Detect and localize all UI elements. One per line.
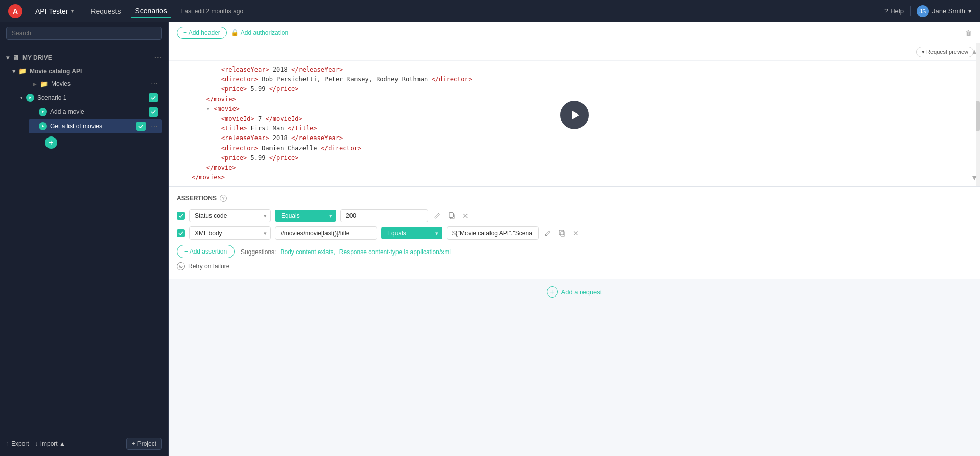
request-preview-button[interactable]: ▾ Request preview [916, 47, 974, 57]
assertion-2-type-wrapper: XML body Status code Response time [189, 226, 271, 240]
import-icon: ↓ [35, 440, 38, 447]
assertion-2-operator-select[interactable]: Equals Not equals Contains [381, 227, 442, 239]
sidebar-search-area [0, 22, 168, 44]
nav-divider-2 [80, 6, 80, 16]
catalog-label: Movie catalog API [30, 67, 82, 75]
assertion-2-type-select[interactable]: XML body Status code Response time [189, 226, 271, 240]
scenario-play-icon [26, 94, 34, 102]
assertion-1-type-select[interactable]: Status code XML body Response time [189, 209, 271, 222]
search-input[interactable] [6, 27, 162, 40]
xml-line-11: </movie> [177, 163, 972, 173]
user-chevron-icon: ▾ [968, 7, 972, 15]
my-drive-header[interactable]: ▾ 🖥 MY DRIVE ⋯ [6, 51, 162, 64]
movies-options-icon[interactable]: ⋯ [151, 80, 158, 88]
assertion-2-copy-icon[interactable] [557, 228, 567, 238]
get-list-label: Get a list of movies [50, 123, 102, 130]
svg-rect-7 [559, 230, 564, 235]
movie-catalog-header[interactable]: ▾ 📁 Movie catalog API [12, 64, 162, 77]
add-request-footer[interactable]: + Add a request [169, 279, 980, 305]
add-movie-check-badge [149, 107, 158, 117]
assertion-row-2: XML body Status code Response time Equal… [177, 226, 972, 240]
assertion-1-checkbox[interactable] [177, 212, 185, 220]
export-icon: ↑ [6, 440, 9, 447]
requests-nav-link[interactable]: Requests [86, 5, 125, 17]
sidebar: ▾ 🖥 MY DRIVE ⋯ ▾ 📁 Movie catalog API [0, 22, 169, 456]
assertion-2-delete-icon[interactable]: ✕ [571, 227, 580, 239]
suggestion-2-link[interactable]: Response content-type is application/xml [339, 248, 451, 256]
import-button[interactable]: ↓ Import ▲ [35, 440, 65, 447]
assertions-section: ASSERTIONS ? Status code XML body Respon… [169, 187, 980, 279]
assertion-1-operator-select[interactable]: Equals Not equals Contains [275, 210, 336, 222]
my-drive-label: MY DRIVE [22, 54, 52, 61]
help-link[interactable]: ? Help [884, 7, 904, 15]
project-button[interactable]: + Project [126, 438, 162, 450]
get-list-options-icon[interactable]: ⋯ [151, 122, 158, 130]
response-scrollbar[interactable] [976, 43, 980, 186]
help-label: Help [890, 7, 904, 15]
catalog-chevron-icon: ▾ [12, 67, 15, 75]
assertions-info-icon[interactable]: ? [220, 195, 227, 202]
assertion-2-edit-icon[interactable] [543, 228, 553, 238]
delete-icon[interactable]: 🗑 [965, 29, 972, 37]
my-drive-options-icon[interactable]: ⋯ [154, 53, 162, 62]
play-button-overlay[interactable] [560, 101, 589, 129]
add-header-button[interactable]: + Add header [177, 27, 227, 39]
assertion-2-xpath-input[interactable] [275, 226, 377, 240]
retry-label: Retry on failure [188, 263, 229, 270]
xml-line-3: <price> 5.99 </price> [177, 84, 972, 94]
xml-line-2: <director> Bob Persichetti, Peter Ramsey… [177, 75, 972, 84]
request-header-bar: + Add header 🔓 Add authorization 🗑 [169, 22, 980, 43]
edit-status-label: Last edit 2 months ago [181, 8, 243, 15]
close-icon-2: ✕ [573, 229, 579, 237]
xml-line-1: <releaseYear> 2018 </releaseYear> [177, 65, 972, 75]
help-icon: ? [884, 7, 888, 15]
add-request-label: Add a request [561, 288, 602, 296]
svg-marker-2 [42, 125, 44, 128]
user-menu[interactable]: JS Jane Smith ▾ [917, 5, 972, 17]
scroll-down-icon[interactable]: ▼ [971, 174, 978, 182]
export-button[interactable]: ↑ Export [6, 440, 29, 447]
assertion-1-value-input[interactable] [340, 209, 428, 222]
add-authorization-button[interactable]: 🔓 Add authorization [231, 29, 288, 36]
scenario-1-check-badge [149, 93, 158, 102]
nav-divider-3 [910, 6, 911, 16]
assertion-2-operator-wrapper: Equals Not equals Contains [381, 227, 442, 239]
suggestions-row: Suggestions: Body content exists, Respon… [241, 248, 451, 256]
add-movie-play-icon [39, 108, 47, 116]
top-nav: A API Tester ▾ Requests Scenarios Last e… [0, 0, 980, 22]
assertion-2-value-input[interactable] [447, 226, 539, 240]
scroll-up-icon[interactable]: ▲ [971, 48, 978, 56]
assertions-label: ASSERTIONS [177, 195, 217, 202]
add-item-button[interactable]: + [45, 136, 57, 149]
assertion-1-edit-icon[interactable] [432, 211, 442, 221]
app-logo-icon: A [8, 4, 22, 18]
import-label: Import ▲ [40, 440, 65, 447]
scenario-expand-icon: ▾ [20, 95, 23, 100]
add-assertion-button[interactable]: + Add assertion [177, 245, 235, 258]
scenarios-nav-tab[interactable]: Scenarios [131, 5, 171, 18]
add-request-plus-icon: + [547, 286, 558, 298]
get-list-check-badge [136, 122, 146, 131]
close-icon: ✕ [462, 212, 469, 220]
assertion-1-operator-wrapper: Equals Not equals Contains [275, 210, 336, 222]
svg-marker-3 [572, 111, 579, 119]
movies-folder-item[interactable]: ▶ 📁 Movies ⋯ [18, 77, 162, 90]
add-movie-item[interactable]: Add a movie [29, 105, 162, 119]
brand-chevron-icon: ▾ [71, 8, 74, 14]
assertion-2-checkbox[interactable] [177, 229, 185, 237]
movies-folder-icon: 📁 [40, 80, 48, 88]
user-avatar: JS [917, 5, 929, 17]
assertion-1-delete-icon[interactable]: ✕ [461, 210, 470, 221]
xml-line-12: </movies> [177, 173, 972, 183]
response-toolbar: ▾ Request preview [169, 43, 980, 61]
suggestion-1-link[interactable]: Body content exists, [280, 248, 335, 256]
brand-label[interactable]: API Tester ▾ [35, 7, 74, 15]
response-area: ▾ Request preview <releaseYear> 2018 </r… [169, 43, 980, 187]
svg-rect-8 [561, 232, 565, 236]
retry-on-failure-row[interactable]: Retry on failure [177, 262, 972, 270]
get-list-movies-item[interactable]: Get a list of movies ⋯ [29, 119, 162, 133]
svg-marker-0 [29, 97, 31, 99]
scenario-1-item[interactable]: ▾ Scenario 1 [18, 90, 162, 105]
suggestions-label: Suggestions: [241, 248, 276, 256]
assertion-1-copy-icon[interactable] [447, 211, 457, 221]
